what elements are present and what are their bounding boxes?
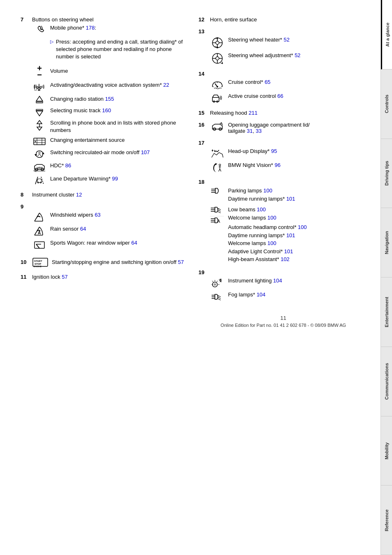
tab-controls[interactable]: Controls	[381, 69, 392, 139]
rain-icon: A	[32, 225, 47, 237]
fog-lamps-link[interactable]: 104	[256, 291, 265, 298]
item-steering-adjust: Steering wheel adjustment* 52	[210, 52, 368, 65]
section-15-num: 15	[198, 110, 207, 116]
daytime-running2-link[interactable]: 101	[286, 232, 295, 238]
section-18-body: Parking lamps 100 Daytime running lamps*…	[198, 187, 368, 264]
instrument-light-link[interactable]: 104	[273, 278, 282, 284]
tab-mobility[interactable]: Mobility	[381, 416, 392, 486]
parking-lamps-link[interactable]: 100	[263, 187, 272, 194]
steering-heater-text: Steering wheel heater* 52	[228, 36, 290, 44]
tab-communications-label: Communications	[384, 363, 389, 400]
section-15: 15 Releasing hood 211	[198, 110, 368, 116]
svg-point-45	[217, 86, 218, 88]
hdc-link[interactable]: 86	[65, 162, 71, 169]
section-14: 14	[198, 71, 368, 104]
night-vision-icon	[210, 162, 225, 173]
svg-rect-6	[36, 109, 43, 111]
section-9: 9	[21, 204, 190, 251]
section-8-num: 8	[21, 192, 29, 198]
recirculated-link[interactable]: 107	[141, 149, 150, 155]
phone-item-text: Mobile phone* 178:	[50, 24, 96, 32]
section-7: 7 Buttons on steering wheel	[21, 16, 190, 186]
cruise-link[interactable]: 65	[265, 79, 270, 85]
voice-icon: 	[32, 81, 47, 93]
voice-link[interactable]: 22	[163, 82, 169, 88]
section-9-header: 9	[21, 204, 190, 210]
rear-wiper-link[interactable]: 64	[131, 240, 137, 246]
section-16-num: 16	[198, 122, 207, 128]
svg-marker-8	[37, 127, 42, 130]
item-fog-lamps: Fog lamps* 104	[210, 291, 368, 303]
item-voice: 	[32, 81, 190, 93]
phone-sub-text: Press: accepting and ending a call, star…	[56, 38, 190, 61]
hud-icon	[210, 148, 225, 159]
section-17-header: 17	[198, 140, 368, 146]
instrument-light-icon	[210, 277, 225, 289]
volume-icon: + −	[32, 64, 47, 79]
item-hud: Head-up Display* 95	[210, 148, 368, 159]
hdc-icon: HDC	[32, 162, 47, 173]
section-10-num: 10	[21, 259, 29, 265]
rain-text: Rain sensor 64	[50, 225, 86, 233]
tab-driving-tips[interactable]: Driving tips	[381, 139, 392, 208]
high-beam-link[interactable]: 102	[281, 256, 290, 262]
section-11-header: 11 Ignition lock 57	[21, 274, 190, 280]
recirculated-text: Switching recirculated-air mode on/off 1…	[50, 149, 150, 156]
svg-rect-4	[36, 102, 43, 103]
section-16-link2[interactable]: 33	[256, 128, 261, 134]
tab-reference[interactable]: Reference	[381, 486, 392, 555]
wiper-text: Windshield wipers 63	[50, 211, 101, 219]
section-19-header: 19	[198, 269, 368, 275]
steering-heater-link[interactable]: 52	[284, 37, 289, 43]
daytime-running2-text: Daytime running lamps* 101	[228, 231, 307, 240]
svg-rect-25	[35, 242, 44, 248]
section-15-link[interactable]: 211	[249, 110, 258, 116]
night-vision-link[interactable]: 96	[274, 162, 280, 168]
tab-at-a-glance-label: At a glance	[385, 23, 390, 47]
col-right: 12 Horn, entire surface 13	[198, 16, 368, 336]
low-beams-link[interactable]: 100	[257, 206, 266, 213]
steering-adjust-link[interactable]: 52	[295, 52, 300, 58]
phone-icon	[32, 24, 47, 36]
section-8-title: Instrument cluster 12	[32, 192, 82, 198]
music-link[interactable]: 160	[102, 107, 111, 113]
radio-link[interactable]: 155	[105, 96, 114, 102]
rain-link[interactable]: 64	[80, 226, 86, 232]
tab-at-a-glance[interactable]: At a glance	[381, 0, 392, 69]
tab-communications[interactable]: Communications	[381, 347, 392, 416]
section-15-header: 15 Releasing hood 211	[198, 110, 368, 116]
radio-up-icon	[32, 95, 47, 105]
hud-link[interactable]: 95	[271, 148, 277, 154]
section-19-body: Instrument lighting 104	[198, 277, 368, 303]
section-9-num: 9	[21, 204, 29, 210]
active-cruise-link[interactable]: 66	[277, 93, 283, 99]
section-13-num: 13	[198, 28, 207, 35]
section-16-link1[interactable]: 31	[247, 128, 253, 134]
hud-text: Head-up Display* 95	[228, 148, 277, 155]
fog-lamps-text: Fog lamps* 104	[228, 291, 265, 298]
section-12-title: Horn, entire surface	[210, 16, 257, 23]
lane-link[interactable]: 99	[112, 176, 118, 182]
item-rain: A Rain sensor 64	[32, 225, 190, 237]
wiper-icon	[32, 211, 47, 223]
section-11-link[interactable]: 57	[62, 274, 67, 280]
page-number: 11	[198, 315, 368, 321]
steering-heater-icon	[210, 36, 225, 49]
section-8-link[interactable]: 12	[76, 192, 82, 198]
scroll-text: Scrolling in phone book and in lists wit…	[50, 119, 190, 134]
tab-entertainment[interactable]: Entertainment	[381, 278, 392, 347]
tab-mobility-label: Mobility	[384, 442, 389, 460]
tab-navigation[interactable]: Navigation	[381, 208, 392, 278]
section-10-title: Starting/stopping engine and switching i…	[52, 259, 184, 265]
section-13-header: 13	[198, 28, 368, 35]
auto-headlamp-link[interactable]: 100	[298, 224, 307, 230]
section-10: 10 START STOP ENGINE Starting/stopping e…	[21, 257, 190, 268]
welcome-lamps-link[interactable]: 100	[267, 215, 277, 221]
wiper-link[interactable]: 63	[95, 212, 100, 218]
section-10-link[interactable]: 57	[178, 259, 184, 265]
section-18: 18	[198, 179, 368, 264]
phone-link[interactable]: 178	[86, 25, 95, 31]
welcome-lamps2-link[interactable]: 100	[267, 240, 277, 246]
adaptive-light-link[interactable]: 101	[284, 248, 293, 254]
daytime-running-link[interactable]: 101	[286, 196, 295, 202]
